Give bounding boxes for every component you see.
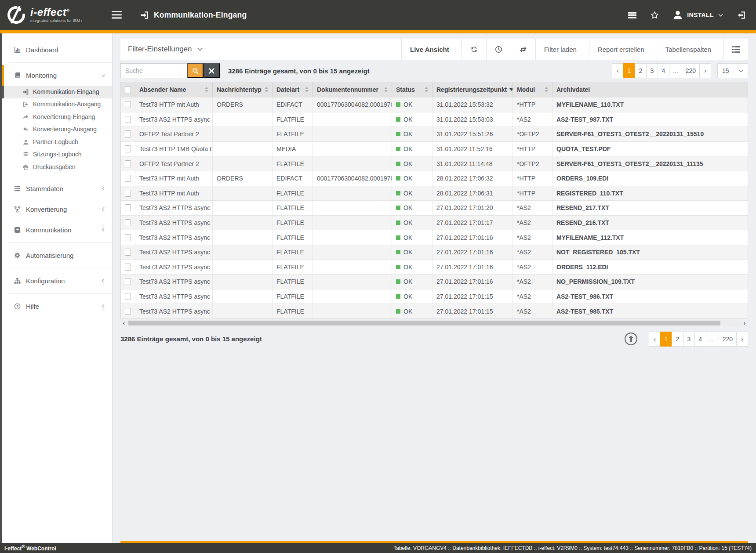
sidebar-item-stammdaten[interactable]: Stammdaten <box>2 178 112 199</box>
sidebar-item-partner-logbuch[interactable]: Partner-Logbuch <box>2 136 112 148</box>
row-checkbox[interactable] <box>125 264 131 271</box>
table-row[interactable]: OFTP2 Test Partner 2FLATFILEOK31.01.2022… <box>121 127 748 141</box>
sidebar-toggle-button[interactable] <box>112 11 122 19</box>
scrollbar-track[interactable] <box>127 320 741 326</box>
row-checkbox[interactable] <box>125 249 131 256</box>
bottom-page-button-4[interactable]: 4 <box>694 332 706 347</box>
live-view-button[interactable]: Live Ansicht <box>401 39 462 60</box>
table-row[interactable]: Test73 AS2 HTTPS async MDNFLATFILEOK27.0… <box>121 304 748 318</box>
table-row[interactable]: Test73 AS2 HTTPS async MDNFLATFILEOK27.0… <box>121 215 748 230</box>
row-checkbox[interactable] <box>125 278 131 285</box>
page-size-select[interactable]: 15 <box>717 63 748 78</box>
logout-button[interactable] <box>737 11 745 19</box>
sidebar-item-kommunikation[interactable]: Kommunikation <box>2 220 112 240</box>
sidebar-item-dashboard[interactable]: Dashboard <box>2 40 112 60</box>
search-input[interactable] <box>120 63 187 78</box>
sidebar-item-konvertierung-eingang[interactable]: Konvertierung-Eingang <box>2 111 112 123</box>
favorites-star-icon[interactable] <box>651 11 659 19</box>
scrollbar-thumb[interactable] <box>128 321 720 325</box>
row-checkbox[interactable] <box>125 101 131 108</box>
server-icon[interactable] <box>628 11 636 19</box>
row-checkbox[interactable] <box>125 234 131 241</box>
table-row[interactable]: Test73 AS2 HTTPS async MDNFLATFILEOK27.0… <box>121 200 748 215</box>
row-checkbox[interactable] <box>125 160 131 167</box>
row-checkbox[interactable] <box>125 204 131 211</box>
sidebar-item-kommunikation-eingang[interactable]: Kommunikation-Eingang <box>2 86 112 98</box>
table-row[interactable]: Test73 HTTP 1MB Quota LimitMEDIAOK31.01.… <box>121 141 748 156</box>
bottom-page-button-3[interactable]: 3 <box>683 332 695 347</box>
table-row[interactable]: Test73 AS2 HTTPS async MDNFLATFILEOK27.0… <box>121 260 748 275</box>
table-row[interactable]: Test73 HTTP mit AuthORDERSEDIFACT0001770… <box>121 171 748 186</box>
top-page-button-4[interactable]: 4 <box>658 63 669 78</box>
bottom-page-button-2[interactable]: 2 <box>672 332 683 347</box>
sidebar-item-konfiguration[interactable]: Konfiguration <box>2 271 112 291</box>
row-checkbox[interactable] <box>125 219 131 226</box>
table-row[interactable]: OFTP2 Test Partner 2FLATFILEOK31.01.2022… <box>121 156 748 171</box>
row-checkbox[interactable] <box>125 130 131 137</box>
report-create-button[interactable]: Report erstellen <box>589 39 657 60</box>
column-header-modul[interactable]: Modul <box>513 82 552 97</box>
bottom-page-button-220[interactable]: 220 <box>719 332 737 347</box>
sidebar-item-sitzungs-logbuch[interactable]: Sitzungs-Logbuch <box>2 148 112 161</box>
row-checkbox[interactable] <box>125 293 131 300</box>
table-row[interactable]: Test73 AS2 HTTPS async MDNFLATFILEOK27.0… <box>121 245 748 260</box>
select-all-checkbox[interactable] <box>125 86 131 93</box>
sidebar-item-hilfe[interactable]: ?Hilfe <box>2 296 112 317</box>
row-checkbox[interactable] <box>125 175 131 182</box>
table-row[interactable]: Test73 AS2 HTTPS async MDNFLATFILEOK31.0… <box>121 112 748 127</box>
filter-settings-button[interactable]: Filter-Einstellungen <box>120 39 210 60</box>
top-next-page-button[interactable]: › <box>699 63 711 78</box>
cell-text: OK <box>403 101 412 108</box>
bottom-prev-page-button[interactable]: ‹ <box>649 332 661 347</box>
refresh-button[interactable] <box>462 39 486 60</box>
cell-dateiart: FLATFILE <box>273 304 313 318</box>
list-view-button[interactable] <box>723 39 748 60</box>
top-page-button-3[interactable]: 3 <box>646 63 658 78</box>
cell-text: Test73 HTTP mit Auth <box>139 101 199 108</box>
sidebar-item-automatisierung[interactable]: Automatisierung <box>2 245 112 266</box>
scroll-right-arrow[interactable]: › <box>741 320 748 326</box>
table-row[interactable]: Test73 AS2 HTTPS async MDNFLATFILEOK27.0… <box>121 230 748 245</box>
scroll-to-top-button[interactable] <box>624 332 638 346</box>
table-row[interactable]: Test73 HTTP mit AuthORDERSEDIFACT0001770… <box>121 97 748 112</box>
clear-search-button[interactable] <box>204 63 220 78</box>
row-checkbox[interactable] <box>125 145 131 152</box>
column-header-status[interactable]: Status <box>392 82 433 97</box>
table-columns-button[interactable]: Tabellenspalten <box>657 39 723 60</box>
column-header-absender[interactable]: Absender Name <box>135 82 213 97</box>
cell-absender: Test73 AS2 HTTPS async MDN <box>135 230 213 245</box>
cell-archiv: AS2-TEST_987.TXT <box>552 112 748 127</box>
top-page-button-2[interactable]: 2 <box>635 63 647 78</box>
auto-reload-button[interactable] <box>511 39 535 60</box>
sidebar-item-konvertierung-ausgang[interactable]: Konvertierung-Ausgang <box>2 123 112 136</box>
cell-archiv: RESEND_217.TXT <box>552 201 748 215</box>
column-header-doknr[interactable]: Dokumentennummer <box>313 82 392 97</box>
row-checkbox[interactable] <box>125 308 131 315</box>
cell-dateiart: EDIFACT <box>273 98 313 112</box>
column-header-typ[interactable]: Nachrichtentyp <box>213 82 273 97</box>
scroll-left-arrow[interactable]: ‹ <box>120 320 127 326</box>
sidebar-item-konvertierung[interactable]: Konvertierung <box>2 199 112 220</box>
table-row[interactable]: Test73 AS2 HTTPS async MDNFLATFILEOK27.0… <box>121 289 748 304</box>
bottom-page-button-1[interactable]: 1 <box>660 332 672 347</box>
column-header-reg[interactable]: Registrierungszeitpunkt <box>433 82 513 97</box>
user-menu[interactable]: INSTALL <box>673 10 723 20</box>
row-checkbox[interactable] <box>125 190 131 197</box>
top-prev-page-button[interactable]: ‹ <box>612 63 624 78</box>
table-row[interactable]: Test73 HTTP mit AuthFLATFILEOK28.01.2022… <box>121 186 748 201</box>
history-button[interactable] <box>486 39 511 60</box>
row-checkbox[interactable] <box>125 116 131 123</box>
top-page-button-220[interactable]: 220 <box>682 63 700 78</box>
sidebar-item-monitoring[interactable]: Monitoring <box>2 65 112 86</box>
app-logo[interactable]: i-effect® integrated solutions for IBM i <box>6 5 112 25</box>
search-button[interactable] <box>187 63 204 78</box>
cell-modul: *HTTP <box>513 142 552 156</box>
column-header-dateiart[interactable]: Dateiart <box>273 82 313 97</box>
sidebar-item-kommunikation-ausgang[interactable]: Kommunikation-Ausgang <box>2 98 112 111</box>
filter-load-button[interactable]: Filter laden <box>535 39 589 60</box>
sidebar-item-druckausgaben[interactable]: Druckausgaben <box>2 161 112 173</box>
top-page-button-1[interactable]: 1 <box>623 63 635 78</box>
cell-text: 28.01.2022 17:06:32 <box>436 175 493 182</box>
bottom-next-page-button[interactable]: › <box>736 332 748 347</box>
table-row[interactable]: Test73 AS2 HTTPS async MDNFLATFILEOK27.0… <box>121 274 748 289</box>
